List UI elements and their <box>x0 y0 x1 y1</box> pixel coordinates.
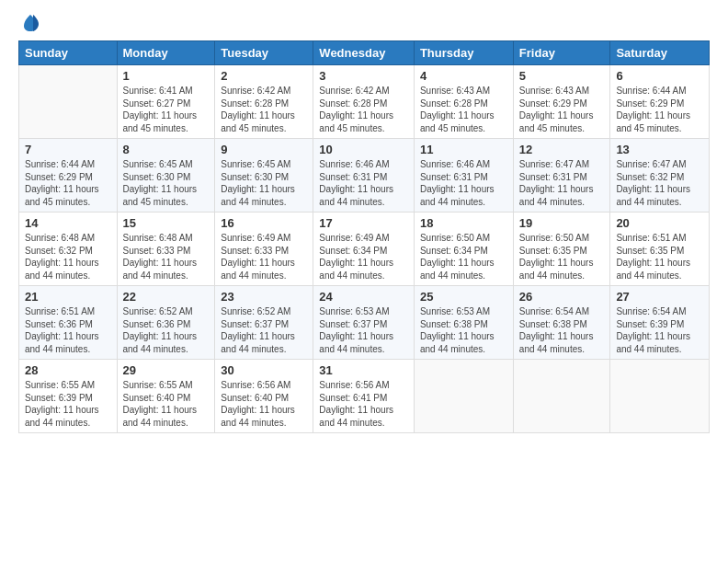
calendar-week-5: 28Sunrise: 6:55 AMSunset: 6:39 PMDayligh… <box>19 360 710 433</box>
day-number: 17 <box>319 216 408 230</box>
day-number: 25 <box>420 290 507 304</box>
calendar-cell: 20Sunrise: 6:51 AMSunset: 6:35 PMDayligh… <box>610 213 710 286</box>
day-info: Sunrise: 6:47 AMSunset: 6:32 PMDaylight:… <box>616 158 703 208</box>
day-info: Sunrise: 6:50 AMSunset: 6:35 PMDaylight:… <box>519 232 605 282</box>
day-number: 24 <box>319 290 408 304</box>
calendar-week-4: 21Sunrise: 6:51 AMSunset: 6:36 PMDayligh… <box>19 286 710 360</box>
day-info: Sunrise: 6:55 AMSunset: 6:40 PMDaylight:… <box>123 379 210 429</box>
day-info: Sunrise: 6:45 AMSunset: 6:30 PMDaylight:… <box>123 158 210 208</box>
calendar-header-friday: Friday <box>513 41 610 65</box>
calendar-header-wednesday: Wednesday <box>313 41 415 65</box>
day-info: Sunrise: 6:56 AMSunset: 6:40 PMDaylight:… <box>221 379 307 429</box>
calendar-cell <box>513 360 610 433</box>
calendar-header-thursday: Thursday <box>414 41 513 65</box>
day-info: Sunrise: 6:51 AMSunset: 6:36 PMDaylight:… <box>25 305 111 355</box>
calendar-cell: 16Sunrise: 6:49 AMSunset: 6:33 PMDayligh… <box>215 213 313 286</box>
calendar-cell: 9Sunrise: 6:45 AMSunset: 6:30 PMDaylight… <box>215 139 313 213</box>
calendar-cell: 10Sunrise: 6:46 AMSunset: 6:31 PMDayligh… <box>313 139 415 213</box>
calendar-cell: 25Sunrise: 6:53 AMSunset: 6:38 PMDayligh… <box>414 286 513 360</box>
day-number: 14 <box>25 216 111 230</box>
day-number: 7 <box>25 143 111 156</box>
day-number: 18 <box>420 216 507 230</box>
calendar-header-sunday: Sunday <box>19 41 118 65</box>
day-number: 23 <box>221 290 307 304</box>
day-number: 20 <box>616 216 703 230</box>
calendar-cell: 4Sunrise: 6:43 AMSunset: 6:28 PMDaylight… <box>414 65 513 139</box>
day-info: Sunrise: 6:54 AMSunset: 6:38 PMDaylight:… <box>519 305 605 355</box>
day-number: 8 <box>123 143 210 156</box>
calendar-cell: 5Sunrise: 6:43 AMSunset: 6:29 PMDaylight… <box>513 65 610 139</box>
calendar-cell: 26Sunrise: 6:54 AMSunset: 6:38 PMDayligh… <box>513 286 610 360</box>
calendar-cell: 27Sunrise: 6:54 AMSunset: 6:39 PMDayligh… <box>610 286 710 360</box>
day-info: Sunrise: 6:46 AMSunset: 6:31 PMDaylight:… <box>420 158 507 208</box>
day-number: 28 <box>25 363 111 377</box>
calendar-table: SundayMondayTuesdayWednesdayThursdayFrid… <box>18 40 710 433</box>
day-info: Sunrise: 6:56 AMSunset: 6:41 PMDaylight:… <box>319 379 408 429</box>
day-info: Sunrise: 6:41 AMSunset: 6:27 PMDaylight:… <box>123 85 210 134</box>
calendar-week-1: 1Sunrise: 6:41 AMSunset: 6:27 PMDaylight… <box>19 65 710 139</box>
day-number: 2 <box>221 69 307 83</box>
calendar-cell: 14Sunrise: 6:48 AMSunset: 6:32 PMDayligh… <box>19 213 118 286</box>
day-number: 21 <box>25 290 111 304</box>
day-number: 26 <box>519 290 605 304</box>
day-info: Sunrise: 6:48 AMSunset: 6:33 PMDaylight:… <box>123 232 210 282</box>
calendar-cell: 1Sunrise: 6:41 AMSunset: 6:27 PMDaylight… <box>117 65 215 139</box>
day-info: Sunrise: 6:47 AMSunset: 6:31 PMDaylight:… <box>519 158 605 208</box>
calendar-cell: 2Sunrise: 6:42 AMSunset: 6:28 PMDaylight… <box>215 65 313 139</box>
calendar-cell: 19Sunrise: 6:50 AMSunset: 6:35 PMDayligh… <box>513 213 610 286</box>
day-number: 30 <box>221 363 307 377</box>
day-number: 29 <box>123 363 210 377</box>
calendar-cell <box>19 65 118 139</box>
day-number: 12 <box>519 143 605 156</box>
day-number: 5 <box>519 69 605 83</box>
calendar-cell: 17Sunrise: 6:49 AMSunset: 6:34 PMDayligh… <box>313 213 415 286</box>
day-number: 13 <box>616 143 703 156</box>
day-info: Sunrise: 6:51 AMSunset: 6:35 PMDaylight:… <box>616 232 703 282</box>
logo <box>18 15 40 29</box>
calendar-header-tuesday: Tuesday <box>215 41 313 65</box>
day-info: Sunrise: 6:53 AMSunset: 6:37 PMDaylight:… <box>319 305 408 355</box>
calendar-week-3: 14Sunrise: 6:48 AMSunset: 6:32 PMDayligh… <box>19 213 710 286</box>
day-number: 4 <box>420 69 507 83</box>
day-info: Sunrise: 6:45 AMSunset: 6:30 PMDaylight:… <box>221 158 307 208</box>
day-number: 31 <box>319 363 408 377</box>
day-info: Sunrise: 6:48 AMSunset: 6:32 PMDaylight:… <box>25 232 111 282</box>
calendar-cell <box>610 360 710 433</box>
day-info: Sunrise: 6:42 AMSunset: 6:28 PMDaylight:… <box>221 85 307 134</box>
day-number: 19 <box>519 216 605 230</box>
day-info: Sunrise: 6:55 AMSunset: 6:39 PMDaylight:… <box>25 379 111 429</box>
calendar-week-2: 7Sunrise: 6:44 AMSunset: 6:29 PMDaylight… <box>19 139 710 213</box>
calendar-cell: 13Sunrise: 6:47 AMSunset: 6:32 PMDayligh… <box>610 139 710 213</box>
header <box>18 15 710 29</box>
day-info: Sunrise: 6:49 AMSunset: 6:33 PMDaylight:… <box>221 232 307 282</box>
calendar-header-monday: Monday <box>117 41 215 65</box>
day-info: Sunrise: 6:52 AMSunset: 6:37 PMDaylight:… <box>221 305 307 355</box>
calendar-cell: 24Sunrise: 6:53 AMSunset: 6:37 PMDayligh… <box>313 286 415 360</box>
calendar-cell: 21Sunrise: 6:51 AMSunset: 6:36 PMDayligh… <box>19 286 118 360</box>
day-number: 27 <box>616 290 703 304</box>
calendar-cell: 23Sunrise: 6:52 AMSunset: 6:37 PMDayligh… <box>215 286 313 360</box>
day-number: 1 <box>123 69 210 83</box>
day-info: Sunrise: 6:53 AMSunset: 6:38 PMDaylight:… <box>420 305 507 355</box>
day-number: 22 <box>123 290 210 304</box>
calendar-cell: 15Sunrise: 6:48 AMSunset: 6:33 PMDayligh… <box>117 213 215 286</box>
day-info: Sunrise: 6:43 AMSunset: 6:28 PMDaylight:… <box>420 85 507 134</box>
calendar-cell: 29Sunrise: 6:55 AMSunset: 6:40 PMDayligh… <box>117 360 215 433</box>
day-info: Sunrise: 6:49 AMSunset: 6:34 PMDaylight:… <box>319 232 408 282</box>
calendar-cell: 30Sunrise: 6:56 AMSunset: 6:40 PMDayligh… <box>215 360 313 433</box>
day-info: Sunrise: 6:50 AMSunset: 6:34 PMDaylight:… <box>420 232 507 282</box>
calendar-cell: 7Sunrise: 6:44 AMSunset: 6:29 PMDaylight… <box>19 139 118 213</box>
calendar-header-saturday: Saturday <box>610 41 710 65</box>
calendar-cell: 8Sunrise: 6:45 AMSunset: 6:30 PMDaylight… <box>117 139 215 213</box>
day-info: Sunrise: 6:54 AMSunset: 6:39 PMDaylight:… <box>616 305 703 355</box>
day-number: 3 <box>319 69 408 83</box>
day-number: 15 <box>123 216 210 230</box>
calendar-cell: 31Sunrise: 6:56 AMSunset: 6:41 PMDayligh… <box>313 360 415 433</box>
day-number: 6 <box>616 69 703 83</box>
day-info: Sunrise: 6:52 AMSunset: 6:36 PMDaylight:… <box>123 305 210 355</box>
day-info: Sunrise: 6:43 AMSunset: 6:29 PMDaylight:… <box>519 85 605 134</box>
calendar-cell: 28Sunrise: 6:55 AMSunset: 6:39 PMDayligh… <box>19 360 118 433</box>
page: SundayMondayTuesdayWednesdayThursdayFrid… <box>0 0 728 563</box>
calendar-cell: 11Sunrise: 6:46 AMSunset: 6:31 PMDayligh… <box>414 139 513 213</box>
calendar-cell: 22Sunrise: 6:52 AMSunset: 6:36 PMDayligh… <box>117 286 215 360</box>
